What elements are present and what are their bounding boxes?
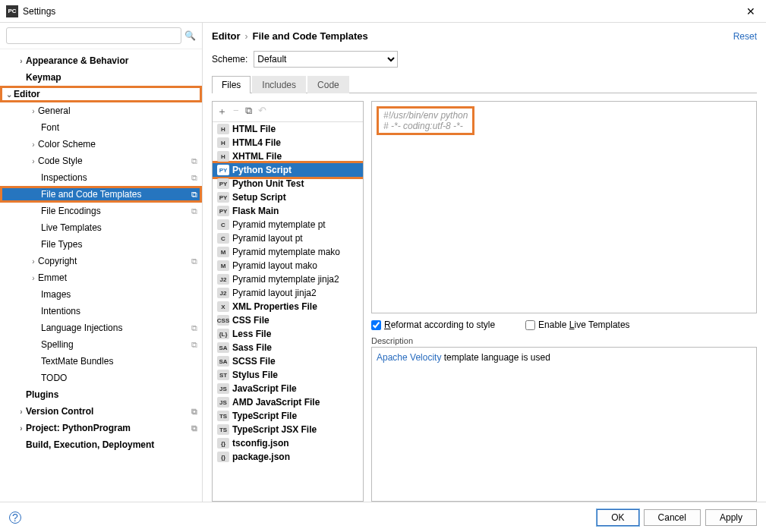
tree-build-execution[interactable]: Build, Execution, Deployment: [0, 436, 202, 453]
tree-language-injections[interactable]: Language Injections⧉: [0, 320, 202, 336]
tree-general[interactable]: ›General: [0, 102, 202, 119]
reformat-label: eformat according to style: [391, 320, 495, 330]
template-item[interactable]: PYSetup Script: [213, 190, 363, 204]
ok-button[interactable]: OK: [597, 509, 638, 526]
template-item[interactable]: J2Pyramid layout jinja2: [213, 286, 363, 300]
window-title: Settings: [23, 6, 742, 17]
template-item[interactable]: CPyramid layout pt: [213, 231, 363, 245]
help-icon[interactable]: ?: [9, 512, 21, 524]
apply-button[interactable]: Apply: [705, 509, 757, 526]
tree-color-scheme[interactable]: ›Color Scheme: [0, 136, 202, 153]
template-item-label: Pyramid layout mako: [232, 260, 317, 271]
tab-files[interactable]: Files: [212, 76, 251, 93]
template-item[interactable]: MPyramid layout mako: [213, 259, 363, 272]
tree-version-control[interactable]: ›Version Control⧉: [0, 403, 202, 420]
tree-code-style[interactable]: ›Code Style⧉: [0, 153, 202, 169]
enable-live-templates-checkbox[interactable]: Enable Live Templates: [525, 320, 630, 330]
tree-file-types[interactable]: File Types: [0, 236, 202, 253]
crumb-editor[interactable]: Editor: [212, 30, 241, 42]
template-item[interactable]: CPyramid mytemplate pt: [213, 218, 363, 231]
file-type-icon: {L}: [217, 329, 229, 339]
file-type-icon: PY: [217, 165, 229, 175]
tree-appearance-behavior[interactable]: ›Appearance & Behavior: [0, 52, 202, 69]
tree-font[interactable]: Font: [0, 119, 202, 136]
template-item[interactable]: MPyramid mytemplate mako: [213, 245, 363, 259]
template-item-label: Setup Script: [232, 192, 286, 203]
reformat-checkbox[interactable]: Reformat according to style: [371, 320, 495, 330]
template-item[interactable]: HHTML File: [213, 122, 363, 136]
tree-copyright[interactable]: ›Copyright⧉: [0, 253, 202, 269]
template-item[interactable]: PYPython Script: [213, 163, 363, 177]
reset-link[interactable]: Reset: [733, 31, 757, 42]
template-item[interactable]: {}tsconfig.json: [213, 436, 363, 450]
template-item[interactable]: JSJavaScript File: [213, 382, 363, 395]
tree-images[interactable]: Images: [0, 286, 202, 303]
file-type-icon: M: [217, 260, 229, 271]
template-item[interactable]: TSTypeScript JSX File: [213, 423, 363, 436]
description-box: Apache Velocity template language is use…: [371, 347, 757, 502]
template-item[interactable]: SASCSS File: [213, 354, 363, 368]
template-item-label: CSS File: [232, 315, 270, 326]
tree-textmate-bundles[interactable]: TextMate Bundles: [0, 353, 202, 370]
template-list[interactable]: HHTML FileHHTML4 FileHXHTML FilePYPython…: [213, 122, 363, 501]
tree-spelling[interactable]: Spelling⧉: [0, 336, 202, 353]
chevron-right-icon: ›: [245, 31, 248, 42]
template-item[interactable]: XXML Properties File: [213, 300, 363, 313]
file-type-icon: PY: [217, 178, 229, 189]
template-item-label: Sass File: [232, 342, 272, 353]
tab-includes[interactable]: Includes: [252, 76, 306, 93]
template-item-label: tsconfig.json: [232, 438, 289, 449]
scope-icon: ⧉: [191, 407, 197, 417]
undo-icon[interactable]: ↶: [258, 105, 266, 118]
file-type-icon: TS: [217, 424, 229, 435]
file-type-icon: PY: [217, 206, 229, 216]
tree-emmet[interactable]: ›Emmet: [0, 269, 202, 286]
tree-live-templates[interactable]: Live Templates: [0, 219, 202, 236]
template-item[interactable]: J2Pyramid mytemplate jinja2: [213, 272, 363, 286]
search-input[interactable]: [6, 27, 181, 44]
scope-icon: ⧉: [191, 257, 197, 266]
file-type-icon: H: [217, 137, 229, 148]
template-item-label: HTML File: [232, 124, 276, 134]
template-item[interactable]: JSAMD JavaScript File: [213, 395, 363, 409]
template-item[interactable]: {L}Less File: [213, 327, 363, 341]
template-item[interactable]: STStylus File: [213, 368, 363, 382]
close-button[interactable]: ✕: [742, 5, 760, 17]
tree-keymap[interactable]: Keymap: [0, 69, 202, 86]
content-pane: Editor › File and Code Templates Reset S…: [203, 23, 766, 502]
file-type-icon: C: [217, 233, 229, 244]
template-item[interactable]: {}package.json: [213, 450, 363, 464]
tree-file-encodings[interactable]: File Encodings⧉: [0, 203, 202, 219]
apache-velocity-link[interactable]: Apache Velocity: [377, 352, 441, 363]
tree-project[interactable]: ›Project: PythonProgram⧉: [0, 420, 202, 436]
template-item[interactable]: HHTML4 File: [213, 136, 363, 150]
template-item[interactable]: TSTypeScript File: [213, 409, 363, 423]
tree-file-code-templates[interactable]: File and Code Templates⧉: [0, 186, 202, 203]
template-item-label: package.json: [232, 452, 290, 462]
scheme-select[interactable]: Default: [254, 51, 398, 68]
template-item[interactable]: CSSCSS File: [213, 313, 363, 327]
remove-template-icon[interactable]: −: [233, 105, 239, 118]
template-item-label: HTML4 File: [232, 137, 281, 148]
scope-icon: ⧉: [191, 206, 197, 216]
tree-todo[interactable]: TODO: [0, 370, 202, 386]
template-item-label: Python Unit Test: [232, 178, 304, 189]
file-type-icon: H: [217, 151, 229, 162]
template-item[interactable]: PYFlask Main: [213, 204, 363, 218]
tab-code[interactable]: Code: [307, 76, 349, 93]
cancel-button[interactable]: Cancel: [644, 509, 701, 526]
tree-plugins[interactable]: Plugins: [0, 386, 202, 403]
file-type-icon: {}: [217, 452, 229, 462]
copy-template-icon[interactable]: ⧉: [245, 105, 252, 118]
tree-intentions[interactable]: Intentions: [0, 303, 202, 320]
template-item[interactable]: PYPython Unit Test: [213, 177, 363, 190]
template-editor[interactable]: #!/usr/bin/env python # -*- coding:utf-8…: [371, 101, 757, 313]
add-template-icon[interactable]: ＋: [217, 105, 227, 118]
code-line-1: #!/usr/bin/env python: [383, 110, 468, 121]
tree-inspections[interactable]: Inspections⧉: [0, 169, 202, 186]
template-item-label: Pyramid mytemplate jinja2: [232, 274, 339, 285]
description-text: template language is used: [441, 352, 550, 363]
tree-editor[interactable]: ⌄Editor: [0, 86, 202, 102]
template-item[interactable]: SASass File: [213, 341, 363, 354]
scope-icon: ⧉: [191, 340, 197, 350]
